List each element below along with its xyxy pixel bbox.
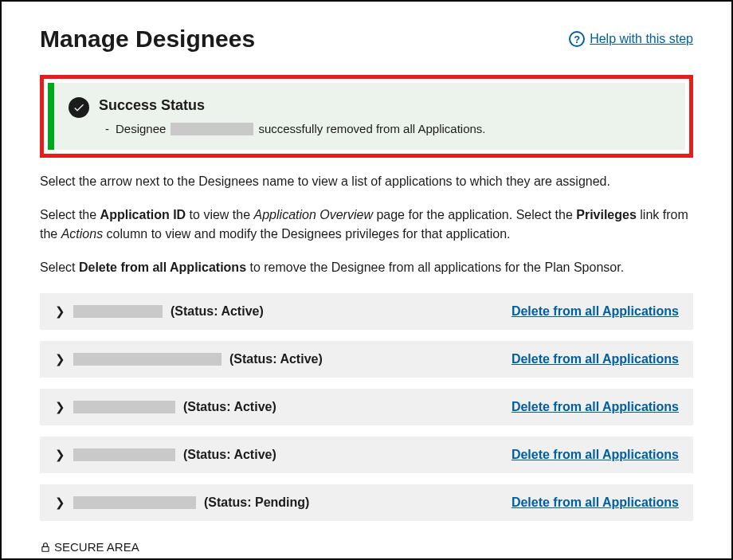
designee-status: (Status: Active) <box>229 352 323 366</box>
intro-line-1: Select the arrow next to the Designees n… <box>40 172 693 191</box>
help-icon: ? <box>569 31 585 47</box>
delete-from-all-link[interactable]: Delete from all Applications <box>512 495 679 510</box>
chevron-right-icon[interactable]: ❯ <box>54 352 65 366</box>
lock-icon <box>40 542 51 553</box>
redacted-name <box>73 353 221 366</box>
designee-row: ❯ (Status: Active) Delete from all Appli… <box>40 341 693 378</box>
chevron-right-icon[interactable]: ❯ <box>54 495 65 510</box>
secure-area-footer: SECURE AREA <box>40 540 139 554</box>
redacted-name <box>73 496 196 509</box>
chevron-right-icon[interactable]: ❯ <box>54 448 65 462</box>
redacted-name <box>73 401 175 413</box>
designee-status: (Status: Pending) <box>204 495 309 510</box>
check-circle-icon <box>69 97 89 118</box>
designee-status: (Status: Active) <box>183 400 276 414</box>
alert-suffix: successfully removed from all Applicatio… <box>258 122 485 135</box>
designee-row: ❯ (Status: Active) Delete from all Appli… <box>40 293 693 330</box>
alert-prefix: Designee <box>116 122 166 135</box>
designee-row: ❯ (Status: Pending) Delete from all Appl… <box>40 484 693 521</box>
alert-highlight: Success Status - Designee successfully r… <box>40 75 693 158</box>
svg-rect-0 <box>42 546 49 551</box>
alert-body: - Designee successfully removed from all… <box>99 122 669 135</box>
help-link[interactable]: ? Help with this step <box>569 31 693 47</box>
delete-from-all-link[interactable]: Delete from all Applications <box>512 304 679 319</box>
alert-title: Success Status <box>99 97 669 114</box>
designee-list: ❯ (Status: Active) Delete from all Appli… <box>40 293 693 521</box>
redacted-name <box>73 305 163 318</box>
help-label: Help with this step <box>590 32 693 46</box>
chevron-right-icon[interactable]: ❯ <box>54 400 65 414</box>
intro-line-3: Select Delete from all Applications to r… <box>40 258 693 277</box>
designee-status: (Status: Active) <box>171 304 264 319</box>
redacted-name <box>171 123 253 135</box>
designee-status: (Status: Active) <box>183 448 276 462</box>
success-alert: Success Status - Designee successfully r… <box>48 83 685 150</box>
secure-area-label: SECURE AREA <box>54 540 139 554</box>
delete-from-all-link[interactable]: Delete from all Applications <box>512 448 679 462</box>
delete-from-all-link[interactable]: Delete from all Applications <box>512 352 679 366</box>
page-title: Manage Designees <box>40 25 255 53</box>
designee-row: ❯ (Status: Active) Delete from all Appli… <box>40 389 693 425</box>
intro-line-2: Select the Application ID to view the Ap… <box>40 206 693 244</box>
delete-from-all-link[interactable]: Delete from all Applications <box>512 400 679 414</box>
redacted-name <box>73 448 175 461</box>
designee-row: ❯ (Status: Active) Delete from all Appli… <box>40 437 693 473</box>
chevron-right-icon[interactable]: ❯ <box>54 304 65 319</box>
